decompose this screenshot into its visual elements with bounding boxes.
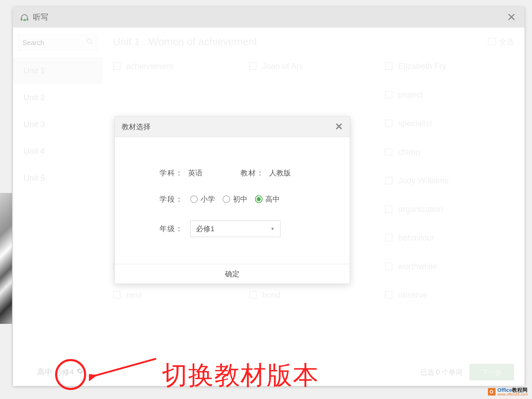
svg-rect-0 <box>21 18 22 21</box>
word-checkbox[interactable] <box>385 91 392 99</box>
word-label: achievement <box>126 61 173 71</box>
word-label: project <box>398 90 423 100</box>
word-item[interactable]: bond <box>249 290 378 300</box>
modal-row-subject: 学科： 英语 教材： 人教版 <box>160 168 329 178</box>
radio-label: 初中 <box>233 194 247 204</box>
watermark-line2: www.office26.com <box>498 392 528 396</box>
word-item[interactable]: chimp <box>385 147 514 157</box>
word-checkbox[interactable] <box>385 205 392 213</box>
sidebar: Unit 1 Unit 2 Unit 3 Unit 4 Unit 5 <box>13 28 103 358</box>
radio-circle[interactable] <box>223 195 230 203</box>
next-label: 下一步 <box>481 368 502 377</box>
chevron-down-icon: ▼ <box>270 226 275 231</box>
modal-header: 教材选择 ✕ <box>115 117 350 137</box>
word-label: chimp <box>398 147 420 157</box>
radio-senior[interactable]: 高中 <box>255 194 280 204</box>
word-item[interactable]: behaviour <box>385 233 514 243</box>
watermark-line1: Office教程网 <box>498 387 528 392</box>
modal-title: 教材选择 <box>122 122 335 132</box>
word-item[interactable] <box>249 90 378 100</box>
modal-body: 学科： 英语 教材： 人教版 学段： 小学 <box>115 137 350 264</box>
unit-label: Unit 3 <box>23 120 45 129</box>
word-checkbox[interactable] <box>113 62 121 70</box>
search-box[interactable] <box>18 34 98 51</box>
word-item[interactable]: nest <box>113 290 242 300</box>
modal-close-icon[interactable]: ✕ <box>335 121 343 132</box>
word-item[interactable]: project <box>385 90 514 100</box>
word-label: Elizabeth Fry <box>398 61 446 71</box>
word-item[interactable]: worthwhile <box>385 262 514 271</box>
unit-label: Unit 1 <box>23 66 45 75</box>
unit-list: Unit 1 Unit 2 Unit 3 Unit 4 Unit 5 <box>13 57 103 192</box>
unit-label: Unit 5 <box>23 173 45 183</box>
radio-circle[interactable] <box>255 195 263 203</box>
content-header: Unit 1 . Women of achievement 全选 <box>113 36 514 48</box>
search-icon[interactable] <box>86 38 93 47</box>
word-item[interactable]: Jody Williams <box>385 176 514 185</box>
word-checkbox[interactable] <box>385 148 392 156</box>
word-checkbox[interactable] <box>385 234 392 242</box>
radio-junior[interactable]: 初中 <box>223 194 247 204</box>
level-label: 学段： <box>160 194 183 204</box>
grade-label: 年级： <box>160 224 183 234</box>
sidebar-item-unit5[interactable]: Unit 5 <box>13 165 103 192</box>
next-button[interactable]: 下一步 <box>469 364 514 380</box>
word-checkbox[interactable] <box>249 62 257 70</box>
annotation-circle <box>55 359 86 390</box>
subject-label: 学科： <box>160 168 183 178</box>
word-label: bond <box>262 290 280 300</box>
sidebar-item-unit4[interactable]: Unit 4 <box>13 138 103 165</box>
word-checkbox[interactable] <box>385 291 392 299</box>
annotation-text: 切换教材版本 <box>162 358 319 393</box>
word-checkbox[interactable] <box>385 62 392 70</box>
svg-point-5 <box>87 39 91 43</box>
unit-label: Unit 2 <box>23 93 45 102</box>
grade-dropdown[interactable]: 必修1 ▼ <box>190 221 280 237</box>
select-all[interactable]: 全选 <box>488 37 514 47</box>
headphone-icon <box>20 13 29 21</box>
footer-right: 已选 0 个单词 下一步 <box>420 364 514 380</box>
modal-row-level: 学段： 小学 初中 高中 <box>160 194 329 204</box>
word-item[interactable]: achievement <box>113 61 242 71</box>
watermark: O Office教程网 www.office26.com <box>488 387 528 396</box>
word-checkbox[interactable] <box>385 263 392 270</box>
sidebar-item-unit3[interactable]: Unit 3 <box>13 111 103 138</box>
word-checkbox[interactable] <box>113 291 121 299</box>
word-item[interactable]: specialist <box>385 119 514 128</box>
subject-value: 英语 <box>188 168 203 178</box>
svg-line-8 <box>94 359 156 376</box>
word-label: observe <box>398 290 427 300</box>
word-label: specialist <box>398 119 432 128</box>
sidebar-item-unit2[interactable]: Unit 2 <box>13 84 103 111</box>
background-decoration <box>0 193 12 324</box>
search-input[interactable] <box>22 39 93 47</box>
grade-value: 必修1 <box>196 224 215 234</box>
word-item[interactable]: organization <box>385 204 514 214</box>
word-checkbox[interactable] <box>385 177 392 184</box>
word-label: behaviour <box>398 233 434 243</box>
annotation-arrow-icon <box>89 357 158 381</box>
word-checkbox[interactable] <box>385 120 392 127</box>
main-window: 听写 ✕ Unit 1 Unit 2 Unit 3 Unit 4 Unit 5 … <box>13 7 524 386</box>
word-item[interactable]: Joan of Arc <box>249 61 378 71</box>
word-item[interactable]: Elizabeth Fry <box>385 61 514 71</box>
word-checkbox[interactable] <box>249 291 257 299</box>
select-all-checkbox[interactable] <box>488 38 495 45</box>
word-item[interactable] <box>113 90 242 100</box>
close-icon[interactable]: ✕ <box>507 12 516 23</box>
svg-rect-2 <box>23 20 24 21</box>
title-bar: 听写 ✕ <box>13 7 524 28</box>
radio-primary[interactable]: 小学 <box>190 194 215 204</box>
word-label: nest <box>126 290 142 300</box>
radio-circle[interactable] <box>190 195 198 203</box>
selected-count: 已选 0 个单词 <box>420 368 462 377</box>
sidebar-item-unit1[interactable]: Unit 1 <box>13 57 103 84</box>
confirm-label: 确定 <box>225 269 239 279</box>
radio-label: 小学 <box>201 194 215 204</box>
word-item[interactable]: observe <box>385 290 514 300</box>
textbook-select-modal: 教材选择 ✕ 学科： 英语 教材： 人教版 学段： <box>114 116 350 284</box>
modal-confirm-button[interactable]: 确定 <box>115 264 350 284</box>
svg-rect-4 <box>25 20 26 21</box>
select-all-label: 全选 <box>499 37 514 47</box>
textbook-label: 教材： <box>241 168 264 178</box>
